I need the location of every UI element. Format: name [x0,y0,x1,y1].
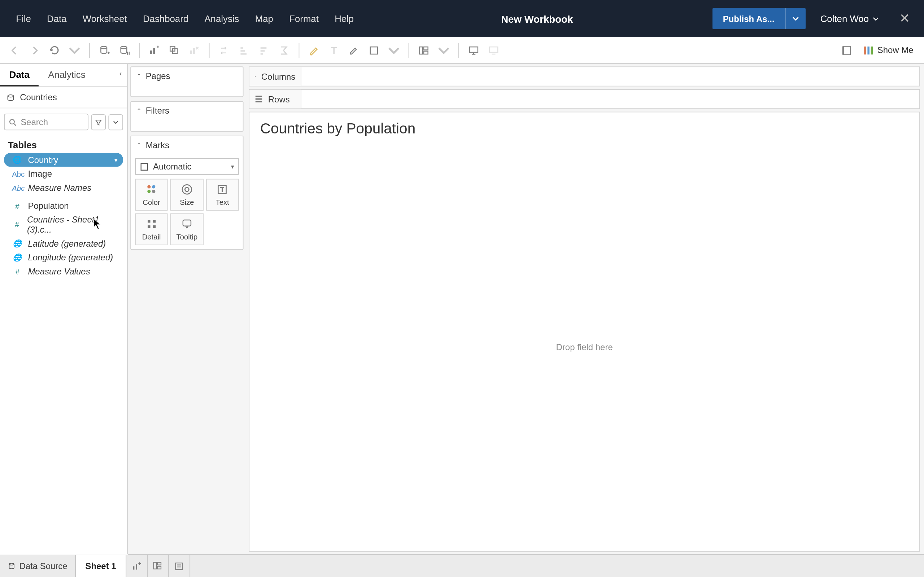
show-me-button[interactable]: Show Me [857,42,919,58]
presentation-icon [468,44,480,56]
app-header: File Data Worksheet Dashboard Analysis M… [0,0,924,37]
svg-rect-23 [871,46,873,54]
rows-shelf[interactable]: Rows [249,89,920,109]
clear-button[interactable] [185,41,204,60]
new-worksheet-tab[interactable] [126,555,147,577]
pause-updates-button[interactable] [115,41,134,60]
revert-dropdown[interactable] [65,41,84,60]
sheet-title[interactable]: Countries by Population [249,112,919,143]
field-menu-caret[interactable]: ▾ [115,156,118,163]
mark-tooltip-button[interactable]: Tooltip [170,213,203,245]
publish-label: Publish As... [712,9,785,28]
data-guide-button[interactable] [837,41,856,60]
globe-icon: 🌐 [12,155,23,164]
new-worksheet-button[interactable] [145,41,164,60]
rows-drop-zone[interactable] [301,90,919,108]
globe-icon: 🌐 [12,239,23,248]
collapse-icon: ⌃ [136,73,142,79]
new-dashboard-tab[interactable] [147,555,168,577]
new-story-icon [174,561,184,571]
svg-rect-21 [864,46,866,54]
columns-drop-zone[interactable] [301,67,919,86]
pages-card[interactable]: ⌃Pages [130,66,243,97]
mark-size-label: Size [180,198,194,206]
duplicate-button[interactable] [165,41,184,60]
new-story-tab[interactable] [168,555,190,577]
menu-help[interactable]: Help [327,8,362,29]
sort-desc-button[interactable] [255,41,274,60]
undo-button[interactable] [5,41,24,60]
mark-detail-button[interactable]: Detail [135,213,168,245]
visualization-zone[interactable]: Countries by Population Drop field here [249,112,920,552]
menu-analysis[interactable]: Analysis [196,8,247,29]
field-population[interactable]: # Population [4,199,123,213]
menu-file[interactable]: File [8,8,39,29]
show-cards-dropdown[interactable] [435,41,453,60]
field-label: Measure Values [28,266,90,277]
tooltip-icon [181,218,193,230]
revert-button[interactable] [45,41,64,60]
menu-format[interactable]: Format [281,8,327,29]
field-measure-names[interactable]: Abc Measure Names [4,181,123,195]
redo-button[interactable] [25,41,44,60]
user-name: Colten Woo [821,13,869,24]
menu-dashboard[interactable]: Dashboard [135,8,196,29]
filters-card[interactable]: ⌃Filters [130,101,243,132]
field-label: Countries - Sheet1 (3).c... [27,214,118,234]
sheet-1-tab[interactable]: Sheet 1 [76,555,126,577]
mark-text-button[interactable]: Text [206,179,239,211]
share-button[interactable] [485,41,503,60]
svg-rect-42 [255,95,262,97]
columns-shelf[interactable]: Columns [249,66,920,86]
presentation-button[interactable] [464,41,483,60]
publish-button[interactable]: Publish As... [712,8,806,29]
highlight-button[interactable] [305,41,323,60]
fit-dropdown[interactable] [384,41,403,60]
fit-button[interactable] [365,41,383,60]
field-latitude[interactable]: 🌐 Latitude (generated) [4,237,123,251]
mark-color-button[interactable]: Color [135,179,168,211]
field-countries-count[interactable]: # Countries - Sheet1 (3).c... [4,213,123,237]
datasource-row[interactable]: Countries [0,87,127,108]
field-country[interactable]: 🌐 Country ▾ [4,153,123,167]
show-cards-button[interactable] [414,41,433,60]
svg-rect-47 [136,564,137,569]
svg-point-28 [152,185,155,188]
tab-analytics[interactable]: Analytics [39,64,114,87]
search-input[interactable]: Search [4,114,89,130]
user-menu[interactable]: Colten Woo [814,10,885,28]
field-longitude[interactable]: 🌐 Longitude (generated) [4,251,123,265]
menu-worksheet[interactable]: Worksheet [75,8,135,29]
new-sheet-icon [132,561,141,571]
collapse-sidebar-button[interactable]: ‹ [114,64,127,87]
menu-data[interactable]: Data [39,8,75,29]
menu-map[interactable]: Map [247,8,281,29]
text-button[interactable] [325,41,343,60]
filters-label: Filters [146,106,169,116]
svg-rect-44 [255,101,262,102]
publish-dropdown-caret[interactable] [785,8,806,29]
tab-data[interactable]: Data [0,64,39,87]
svg-rect-37 [153,226,155,228]
swap-button[interactable] [215,41,234,60]
chevron-down-icon [388,44,400,56]
datasource-name: Countries [20,92,57,102]
data-source-tab[interactable]: Data Source [0,555,76,577]
search-placeholder: Search [21,117,48,127]
fields-menu-button[interactable] [108,114,123,130]
svg-point-0 [101,46,107,49]
totals-button[interactable] [275,41,294,60]
close-button[interactable] [893,8,916,29]
svg-rect-9 [241,49,245,51]
annotate-button[interactable] [345,41,363,60]
datasource-icon [8,562,15,569]
field-image[interactable]: Abc Image [4,167,123,181]
new-datasource-button[interactable] [95,41,114,60]
field-measure-values[interactable]: # Measure Values [4,265,123,279]
mark-size-button[interactable]: Size [170,179,203,211]
collapse-icon: ⌃ [136,142,142,148]
filter-fields-button[interactable] [91,114,106,130]
marks-label: Marks [146,140,169,150]
sort-asc-button[interactable] [235,41,254,60]
mark-type-select[interactable]: Automatic ▾ [135,158,239,175]
